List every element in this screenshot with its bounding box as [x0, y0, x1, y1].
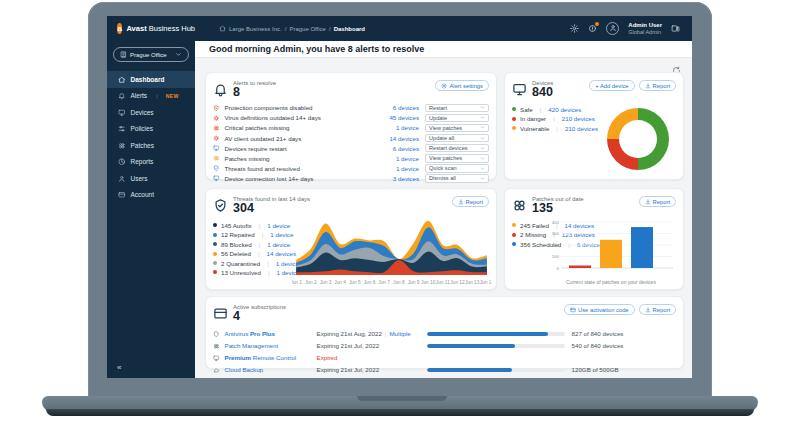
devices-panel-icon[interactable]	[671, 24, 680, 33]
site-selector[interactable]: Prague Office	[113, 47, 189, 62]
devices-report-button[interactable]: Report	[639, 80, 676, 91]
alert-label: Virus definitions outdated 14+ days	[225, 114, 368, 121]
subscription-name-link[interactable]: Premium Remote Control	[225, 354, 317, 361]
subscription-progress-fill	[427, 332, 548, 336]
subscription-name-link[interactable]: Antivirus Pro Plus	[225, 330, 317, 337]
alert-devices-link[interactable]: 6 devices	[367, 104, 419, 111]
svg-text:Jun 1: Jun 1	[292, 280, 302, 285]
legend-separator: |	[265, 269, 273, 276]
legend-devices-link[interactable]: 1 device	[267, 241, 290, 248]
legend-label: 12 Repaired	[221, 231, 255, 238]
refresh-icon[interactable]	[672, 61, 681, 70]
svg-text:Jun 2: Jun 2	[305, 280, 317, 285]
sidebar-item-users[interactable]: Users	[107, 170, 195, 187]
sidebar-item-dashboard[interactable]: Dashboard	[107, 71, 195, 88]
alert-action-select[interactable]: View patches	[425, 154, 489, 163]
sidebar-item-devices[interactable]: Devices	[107, 104, 195, 121]
subscription-name-link[interactable]: Patch Management	[225, 342, 317, 349]
alert-devices-link[interactable]: 1 device	[367, 165, 419, 172]
alert-devices-link[interactable]: 1 device	[367, 124, 419, 131]
add-device-button[interactable]: + Add device	[589, 80, 634, 91]
subscriptions-report-button[interactable]: Report	[639, 304, 676, 315]
chevron-down-icon	[175, 51, 182, 58]
building-icon	[120, 51, 127, 58]
download-icon	[645, 307, 651, 313]
user-name: Admin User	[628, 22, 662, 29]
alert-action-select[interactable]: Restart devices	[425, 144, 489, 153]
threats-report-button[interactable]: Report	[452, 196, 489, 207]
alert-action-value: View patches	[429, 155, 462, 161]
sidebar-item-patches[interactable]: Patches	[107, 137, 195, 154]
sidebar-item-policies[interactable]: Policies	[107, 121, 195, 138]
use-activation-code-button[interactable]: Use activation code	[564, 304, 635, 315]
breadcrumb-item[interactable]: Large Business Inc.	[229, 26, 282, 32]
alerts-card-header: Alerts to resolve 8 Alert settings	[213, 80, 489, 100]
sidebar-collapse-button[interactable]: «	[117, 363, 121, 372]
patches-chart-caption: Current state of patches on your devices	[545, 279, 677, 285]
alert-action-select[interactable]: View patches	[425, 124, 489, 133]
user-info[interactable]: Admin User Global Admin	[628, 22, 662, 35]
alert-devices-link[interactable]: 6 devices	[367, 145, 419, 152]
gear-icon[interactable]	[570, 24, 579, 33]
alert-devices-link[interactable]: 45 devices	[367, 114, 419, 121]
subscription-usage: 120GB of 500GB	[565, 366, 619, 373]
breadcrumb-item[interactable]: Prague Office	[289, 26, 326, 32]
legend-dot	[213, 270, 217, 274]
alert-row: Patches missing1 deviceView patches	[213, 153, 489, 163]
svg-text:300: 300	[552, 231, 560, 236]
download-icon	[458, 199, 464, 205]
alert-settings-button[interactable]: Alert settings	[435, 80, 489, 91]
alert-row: Virus definitions outdated 14+ days45 de…	[213, 113, 489, 123]
monitor-icon	[213, 355, 220, 362]
legend-dot	[213, 242, 217, 246]
chevron-down-icon	[480, 125, 485, 130]
sidebar-item-alerts[interactable]: Alerts|NEW	[107, 88, 195, 105]
multiple-link[interactable]: Multiple	[389, 330, 410, 337]
subscription-progress-fill	[427, 368, 513, 372]
alert-action-select[interactable]: Update	[425, 114, 489, 123]
legend-separator: |	[550, 115, 558, 122]
avatar[interactable]	[606, 22, 619, 35]
legend-devices-link[interactable]: 1 device	[270, 231, 293, 238]
alert-devices-link[interactable]: 1 device	[367, 155, 419, 162]
threats-area-chart: Jun 1Jun 2Jun 3Jun 4Jun 5Jun 6Jun 7Jun 8…	[292, 215, 491, 287]
user-role: Global Admin	[628, 29, 662, 35]
patches-count: 135	[532, 202, 584, 216]
legend-separator: |	[537, 106, 545, 113]
devices-card: Devices 840 + Add device Report Safe|420…	[504, 72, 684, 180]
subscription-progress-bar	[427, 332, 565, 336]
patches-report-button[interactable]: Report	[639, 196, 676, 207]
legend-devices-link[interactable]: 210 devices	[565, 125, 598, 132]
breadcrumb-item[interactable]: Dashboard	[334, 26, 365, 32]
brand[interactable]: a Avast Business Hub	[107, 23, 195, 34]
alert-devices-link[interactable]: 3 devices	[367, 175, 419, 182]
sliders-icon	[118, 125, 126, 133]
alert-action-select[interactable]: Restart	[425, 104, 489, 113]
sidebar-nav: DashboardAlerts|NEWDevicesPoliciesPatche…	[107, 71, 195, 203]
legend-devices-link[interactable]: 1 device	[267, 222, 290, 229]
legend-label: Vulnerable	[520, 125, 549, 132]
brand-text: Avast Business Hub	[126, 24, 195, 33]
alert-row: Device connection lost 14+ days3 devices…	[213, 173, 489, 183]
subscription-name-link[interactable]: Cloud Backup	[225, 366, 317, 373]
legend-label: 2 Quarantined	[221, 260, 260, 267]
subscription-row: Cloud BackupExpiring 21st Jul, 2022120GB…	[213, 364, 676, 376]
svg-text:Jun 13: Jun 13	[465, 280, 480, 285]
sidebar-item-label: Dashboard	[131, 76, 165, 83]
chevron-down-icon	[480, 166, 485, 171]
sidebar-item-account[interactable]: Account	[107, 187, 195, 204]
legend-separator: |	[264, 260, 272, 267]
legend-separator: |	[259, 231, 267, 238]
alert-action-select[interactable]: Update all	[425, 134, 489, 143]
laptop-base-edge	[46, 409, 754, 416]
sidebar-item-reports[interactable]: Reports	[107, 154, 195, 171]
alert-action-select[interactable]: Dismiss all	[425, 174, 489, 183]
alert-devices-link[interactable]: 14 devices	[367, 135, 419, 142]
subscription-expiry: Expiring 21st Jul, 2022	[317, 342, 427, 349]
legend-devices-link[interactable]: 210 devices	[562, 115, 595, 122]
alert-action-select[interactable]: Quick scan	[425, 164, 489, 173]
legend-label: 145 Autofix	[221, 222, 252, 229]
legend-label: 56 Deleted	[221, 250, 251, 257]
legend-devices-link[interactable]: 420 devices	[548, 106, 581, 113]
notifications-icon[interactable]	[588, 24, 597, 33]
